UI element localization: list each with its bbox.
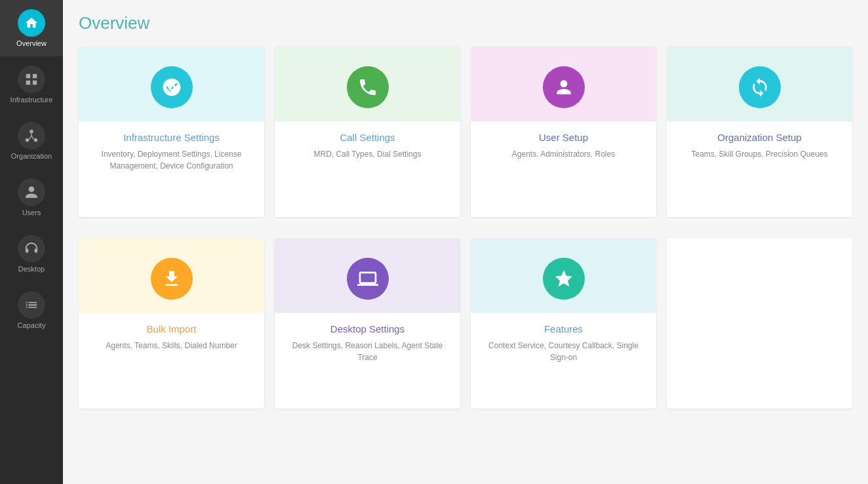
card-desc-desktop: Desk Settings, Reason Labels, Agent Stat… xyxy=(285,340,450,363)
svg-point-0 xyxy=(30,130,33,134)
sidebar-item-desktop[interactable]: Desktop xyxy=(0,226,63,282)
card-top-user xyxy=(471,47,656,121)
svg-point-2 xyxy=(34,138,37,142)
card-top-bulk xyxy=(79,238,264,313)
card-bottom-infrastructure: Infrastructure Settings Inventory, Deplo… xyxy=(79,121,264,217)
sidebar-label-capacity: Capacity xyxy=(18,321,46,329)
main-content: Overview Infrastructure Settings Invento… xyxy=(63,0,868,484)
call-icon xyxy=(347,66,389,108)
card-empty-slot xyxy=(667,238,852,409)
card-top-infrastructure xyxy=(79,47,264,121)
card-bottom-user: User Setup Agents, Administrators, Roles xyxy=(471,121,656,217)
card-top-call xyxy=(275,47,460,121)
org-icon xyxy=(18,122,45,150)
card-desc-user: Agents, Administrators, Roles xyxy=(512,148,615,160)
user-icon xyxy=(18,178,45,206)
cards-row1: Infrastructure Settings Inventory, Deplo… xyxy=(79,47,852,228)
page-title: Overview xyxy=(79,13,852,33)
card-bulk-import[interactable]: Bulk Import Agents, Teams, Skills, Diale… xyxy=(79,238,264,409)
card-title-org: Organization Setup xyxy=(717,132,801,143)
card-title-desktop: Desktop Settings xyxy=(330,323,404,334)
card-top-org xyxy=(667,47,852,121)
card-desc-bulk: Agents, Teams, Skills, Dialed Number xyxy=(106,340,237,352)
sidebar-item-users[interactable]: Users xyxy=(0,169,63,226)
card-desktop-settings[interactable]: Desktop Settings Desk Settings, Reason L… xyxy=(275,238,460,409)
sidebar-item-organization[interactable]: Organization xyxy=(0,113,63,169)
features-icon xyxy=(543,258,585,300)
card-infrastructure-settings[interactable]: Infrastructure Settings Inventory, Deplo… xyxy=(79,47,264,217)
card-bottom-bulk: Bulk Import Agents, Teams, Skills, Diale… xyxy=(79,313,264,409)
card-organization-setup[interactable]: Organization Setup Teams, Skill Groups, … xyxy=(667,47,852,217)
card-user-setup[interactable]: User Setup Agents, Administrators, Roles xyxy=(471,47,656,217)
card-title-user: User Setup xyxy=(539,132,588,143)
infrastructure-icon xyxy=(151,66,193,108)
grid-icon xyxy=(18,66,45,93)
card-features[interactable]: Features Context Service, Courtesy Callb… xyxy=(471,238,656,409)
card-bottom-features: Features Context Service, Courtesy Callb… xyxy=(471,313,656,409)
home-icon xyxy=(18,9,45,37)
card-desc-org: Teams, Skill Groups, Precision Queues xyxy=(691,148,827,160)
sidebar-item-infrastructure[interactable]: Infrastructure xyxy=(0,56,63,113)
bulk-import-icon xyxy=(151,258,193,300)
list-icon xyxy=(18,291,45,319)
desktop-settings-icon xyxy=(347,258,389,300)
sidebar-label-infrastructure: Infrastructure xyxy=(10,96,53,104)
cards-row2: Bulk Import Agents, Teams, Skills, Diale… xyxy=(79,238,852,409)
card-top-features xyxy=(471,238,656,313)
card-top-desktop xyxy=(275,238,460,313)
user-setup-icon xyxy=(543,66,585,108)
org-setup-icon xyxy=(739,66,781,108)
sidebar-label-organization: Organization xyxy=(11,152,52,160)
sidebar-label-desktop: Desktop xyxy=(18,265,45,273)
headset-icon xyxy=(18,235,45,262)
sidebar-item-overview[interactable]: Overview xyxy=(0,0,63,56)
svg-point-1 xyxy=(26,138,30,142)
sidebar-item-capacity[interactable]: Capacity xyxy=(0,282,63,338)
card-title-features: Features xyxy=(544,323,583,334)
card-bottom-desktop: Desktop Settings Desk Settings, Reason L… xyxy=(275,313,460,409)
card-desc-infrastructure: Inventory, Deployment Settings, License … xyxy=(89,148,254,172)
card-desc-call: MRD, Call Types, Dial Settings xyxy=(314,148,422,160)
card-call-settings[interactable]: Call Settings MRD, Call Types, Dial Sett… xyxy=(275,47,460,217)
sidebar-label-overview: Overview xyxy=(16,39,47,47)
card-title-infrastructure: Infrastructure Settings xyxy=(123,132,220,143)
card-desc-features: Context Service, Courtesy Callback, Sing… xyxy=(481,340,646,363)
sidebar: Overview Infrastructure Organization Use… xyxy=(0,0,63,484)
card-bottom-org: Organization Setup Teams, Skill Groups, … xyxy=(667,121,852,217)
card-title-call: Call Settings xyxy=(340,132,395,143)
sidebar-label-users: Users xyxy=(22,209,41,216)
card-title-bulk: Bulk Import xyxy=(147,323,197,334)
card-bottom-call: Call Settings MRD, Call Types, Dial Sett… xyxy=(275,121,460,217)
